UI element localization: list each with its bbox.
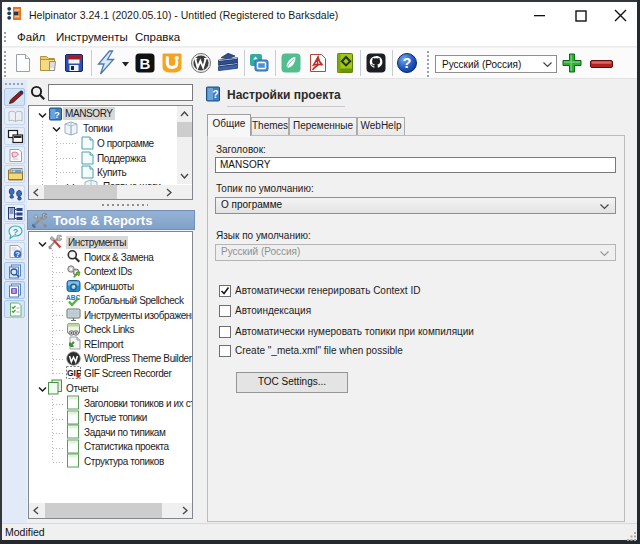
svg-text:B: B bbox=[140, 55, 151, 72]
svg-text:?: ? bbox=[15, 250, 20, 259]
svg-text:?: ? bbox=[403, 55, 412, 71]
svg-text:?: ? bbox=[54, 110, 60, 120]
svg-text:?: ? bbox=[212, 89, 218, 100]
svg-text:?: ? bbox=[13, 227, 19, 237]
